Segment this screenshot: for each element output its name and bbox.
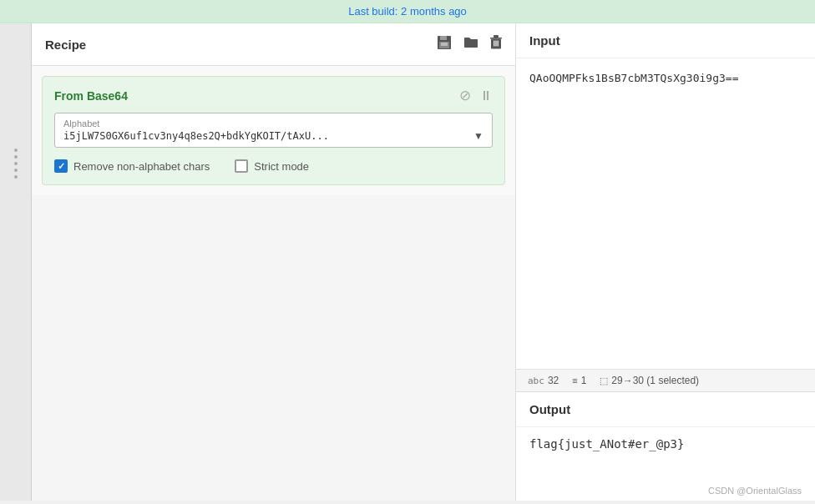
svg-rect-4 [490,38,502,39]
step-controls: ⊘ ⏸ [459,87,493,104]
top-banner: Last build: 2 months ago [0,0,815,23]
alphabet-dropdown[interactable]: Alphabet i5jLW7S0GX6uf1cv3ny4q8es2Q+bdkY… [54,113,493,148]
input-text-before: QAoOQMPFks1BsB7cbM [529,72,647,84]
sidebar-dot [14,175,18,179]
input-text-after: == [726,72,739,84]
input-status-bar: abc 32 ≡ 1 ⬚ 29→30 (1 selected) [516,369,815,391]
main-layout: Recipe [0,23,815,501]
alphabet-select-row: i5jLW7S0GX6uf1cv3ny4q8es2Q+bdkYgKOIT/tAx… [63,130,483,142]
recipe-header: Recipe [32,23,515,66]
output-section-header: Output [516,392,815,427]
left-sidebar [0,23,32,501]
strict-mode-option[interactable]: Strict mode [235,159,309,173]
pause-icon[interactable]: ⏸ [479,88,493,103]
sidebar-dot [14,155,18,159]
line-count: 1 [581,375,587,386]
char-count: 32 [548,375,559,386]
line-count-status: ≡ 1 [572,375,586,386]
from-base64-card: From Base64 ⊘ ⏸ Alphabet i5jLW7S0GX6uf1c… [42,76,505,185]
recipe-toolbar [437,35,502,53]
sidebar-dot [14,169,18,172]
selection-status: ⬚ 29→30 (1 selected) [600,375,699,386]
save-button[interactable] [437,35,452,53]
alphabet-label: Alphabet [63,118,483,129]
input-section-header: Input [516,23,815,58]
watermark-text: CSDN @OrientalGlass [516,481,815,501]
step-title: From Base64 [54,89,128,103]
selection-icon: ⬚ [600,375,608,386]
remove-non-alphabet-option[interactable]: Remove non-alphabet chars [54,159,210,173]
svg-rect-1 [440,36,447,40]
output-section: Output flag{just_ANot#er_@p3} CSDN @Orie… [516,392,815,501]
strict-mode-checkbox[interactable] [235,159,248,173]
chevron-down-icon[interactable]: ▼ [473,130,483,142]
lines-icon: ≡ [572,375,577,386]
recipe-panel: Recipe [32,23,516,501]
output-content-area[interactable]: flag{just_ANot#er_@p3} [516,427,815,481]
char-count-status: abc 32 [528,375,559,386]
strict-mode-label: Strict mode [254,160,309,173]
delete-button[interactable] [490,35,502,53]
svg-rect-8 [495,41,497,47]
input-text-highlight: 3TQsXg30i9g3 [647,72,726,84]
alphabet-value: i5jLW7S0GX6uf1cv3ny4q8es2Q+bdkYgKOIT/tAx… [63,130,329,142]
output-text: flag{just_ANot#er_@p3} [529,437,684,451]
input-content-area[interactable]: QAoOQMPFks1BsB7cbM3TQsXg30i9g3== [516,58,815,369]
right-panel: Input QAoOQMPFks1BsB7cbM3TQsXg30i9g3== a… [516,23,815,501]
abc-icon: abc [528,375,544,386]
folder-button[interactable] [463,36,478,53]
sidebar-dots [14,149,18,179]
step-header: From Base64 ⊘ ⏸ [54,87,493,104]
svg-rect-9 [498,41,499,47]
last-build-link[interactable]: Last build: 2 months ago [348,5,467,18]
disable-icon[interactable]: ⊘ [459,87,471,104]
remove-non-alphabet-label: Remove non-alphabet chars [73,160,210,173]
options-row: Remove non-alphabet chars Strict mode [54,159,493,173]
selection-info: 29→30 (1 selected) [611,375,699,386]
remove-non-alphabet-checkbox[interactable] [54,159,68,173]
recipe-body [32,195,515,501]
recipe-title: Recipe [45,38,86,52]
sidebar-dot [14,162,18,165]
input-section: Input QAoOQMPFks1BsB7cbM3TQsXg30i9g3== a… [516,23,815,392]
svg-rect-5 [494,35,499,38]
svg-rect-3 [441,43,448,46]
svg-rect-7 [494,41,495,47]
sidebar-dot [14,149,18,152]
